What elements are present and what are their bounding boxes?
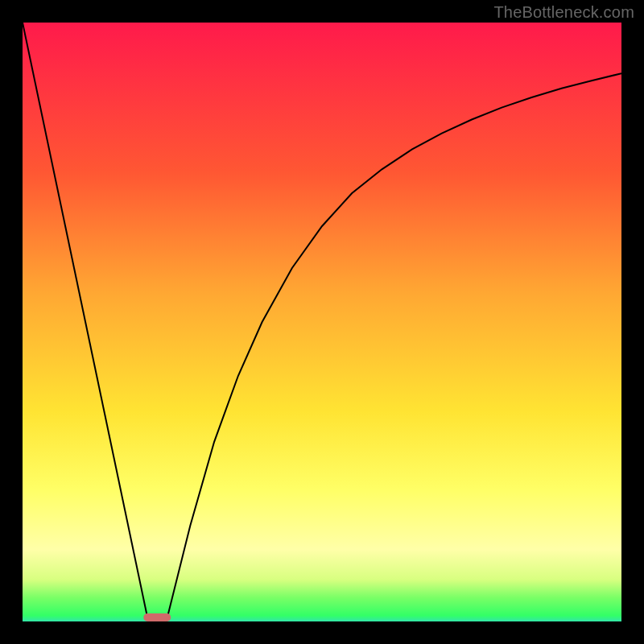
chart-right-curve	[167, 73, 621, 621]
chart-left-line	[23, 23, 148, 621]
chart-outer-frame: TheBottleneck.com	[0, 0, 644, 644]
watermark-text: TheBottleneck.com	[493, 3, 634, 22]
chart-bottom-marker	[144, 613, 171, 621]
chart-svg	[23, 23, 621, 621]
chart-plot-area	[23, 23, 621, 621]
